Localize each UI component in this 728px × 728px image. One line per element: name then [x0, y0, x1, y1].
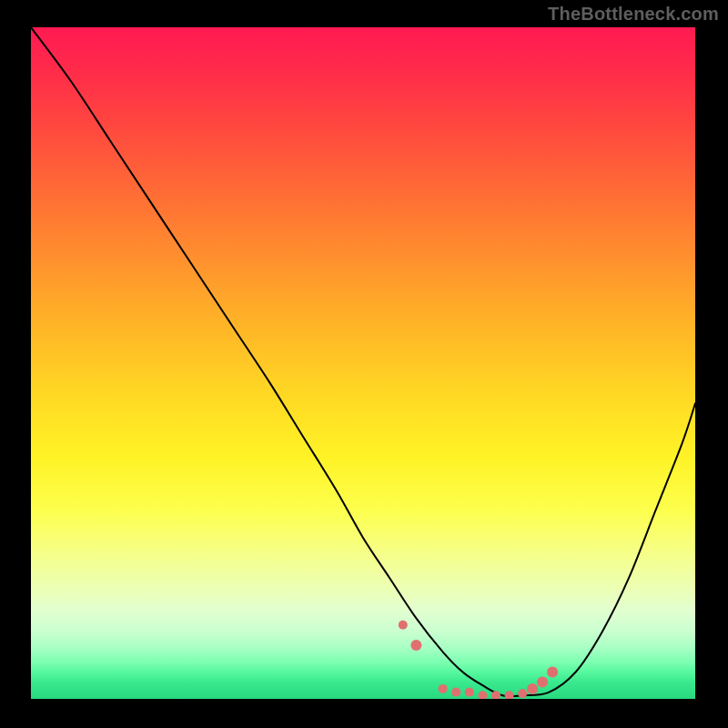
chart-plot-area — [31, 27, 695, 699]
chart-frame: TheBottleneck.com — [0, 0, 728, 728]
watermark-text: TheBottleneck.com — [548, 4, 719, 25]
